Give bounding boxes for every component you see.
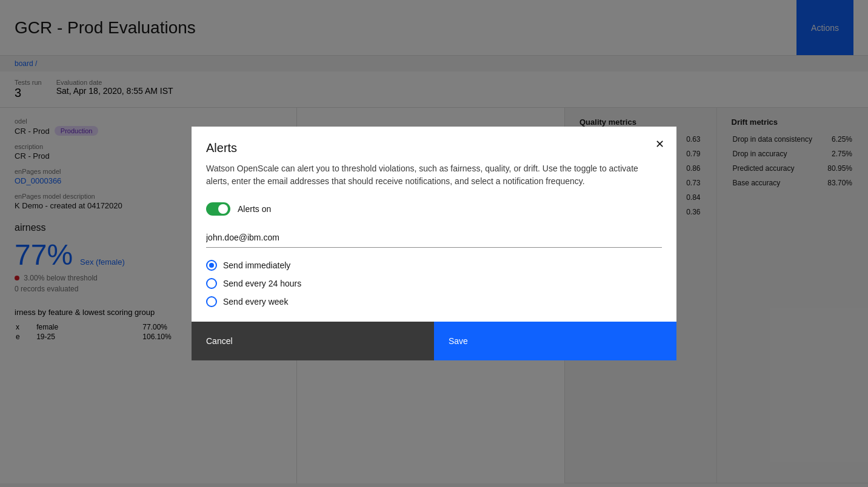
save-button[interactable]: Save <box>434 322 676 360</box>
alerts-toggle-row: Alerts on <box>206 202 662 216</box>
toggle-label: Alerts on <box>238 204 271 214</box>
modal-overlay: ✕ Alerts Watson OpenScale can alert you … <box>0 0 868 487</box>
modal-description: Watson OpenScale can alert you to thresh… <box>206 162 662 188</box>
alerts-toggle[interactable] <box>206 202 230 216</box>
radio-send-weekly[interactable]: Send every week <box>206 296 662 307</box>
modal-close-button[interactable]: ✕ <box>653 136 667 152</box>
email-input[interactable] <box>206 228 662 248</box>
radio-send-24h[interactable]: Send every 24 hours <box>206 278 662 289</box>
toggle-slider <box>206 202 230 216</box>
cancel-button[interactable]: Cancel <box>192 322 434 360</box>
modal-footer: Cancel Save <box>192 322 676 360</box>
modal-body: ✕ Alerts Watson OpenScale can alert you … <box>192 127 676 322</box>
radio-weekly-label: Send every week <box>223 297 288 306</box>
modal-title: Alerts <box>206 141 662 155</box>
frequency-radio-group: Send immediately Send every 24 hours Sen… <box>206 260 662 307</box>
radio-24h-label: Send every 24 hours <box>223 279 301 288</box>
alerts-modal: ✕ Alerts Watson OpenScale can alert you … <box>192 127 676 360</box>
radio-send-immediately[interactable]: Send immediately <box>206 260 662 271</box>
radio-immediately-label: Send immediately <box>223 260 290 270</box>
